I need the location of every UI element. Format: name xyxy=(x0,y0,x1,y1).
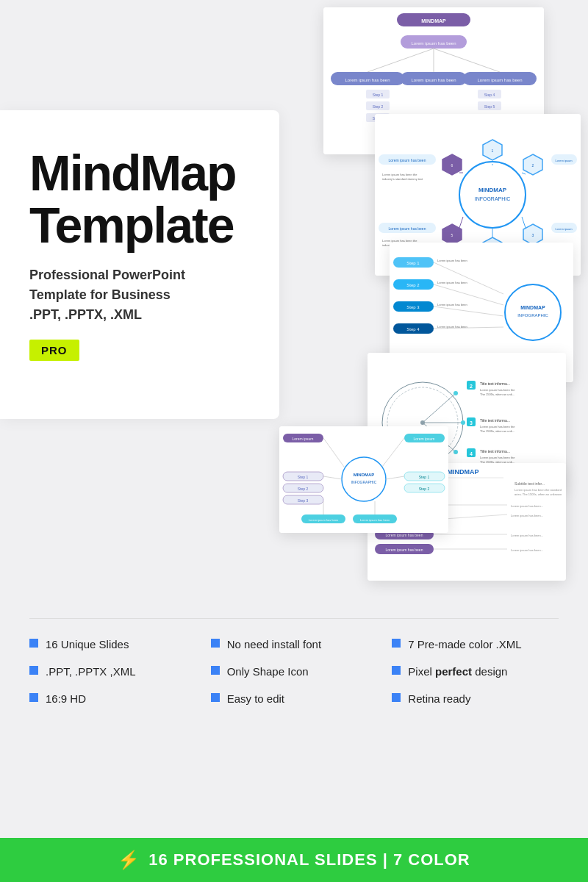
svg-text:Lorem ipsum has been...: Lorem ipsum has been... xyxy=(511,534,543,537)
svg-text:Step 2: Step 2 xyxy=(419,487,430,491)
slide6-svg: MINDMAP INFOGRAPHIC Lorem ipsum Step 1 S… xyxy=(279,426,448,533)
bullet-8 xyxy=(392,666,401,675)
svg-text:2: 2 xyxy=(532,163,534,168)
svg-text:INFOGRAPHIC: INFOGRAPHIC xyxy=(517,313,548,318)
svg-text:Lorem ipsum has been: Lorem ipsum has been xyxy=(386,548,423,552)
feature-item-1: 16 Unique Slides xyxy=(29,634,196,655)
svg-text:Lorem ipsum has been...: Lorem ipsum has been... xyxy=(511,514,543,517)
subtitle-block: Professional PowerPoint Template for Bus… xyxy=(29,265,265,325)
svg-point-91 xyxy=(453,450,458,454)
svg-text:Lorem ipsum: Lorem ipsum xyxy=(555,227,573,231)
svg-text:Lorem ipsum has been...: Lorem ipsum has been... xyxy=(511,548,543,552)
features-divider xyxy=(29,618,559,619)
svg-text:Lorem ipsum has been...: Lorem ipsum has been... xyxy=(511,504,543,508)
svg-point-90 xyxy=(461,420,465,425)
bullet-3 xyxy=(29,693,38,702)
svg-text:Lorem ipsum has been: Lorem ipsum has been xyxy=(389,158,426,162)
banner-text: 16 PROFESSIONAL SLIDES | 7 COLOR xyxy=(148,850,470,870)
svg-text:Lorem ipsum has been: Lorem ipsum has been xyxy=(360,518,390,522)
bullet-1 xyxy=(29,639,38,648)
feature-item-9: Retina ready xyxy=(392,688,559,709)
bullet-2 xyxy=(29,666,38,675)
features-section: 16 Unique Slides No need install font 7 … xyxy=(0,596,588,724)
svg-text:INFOGRAPHIC: INFOGRAPHIC xyxy=(351,480,377,484)
svg-text:Step 2: Step 2 xyxy=(373,104,384,109)
svg-text:3: 3 xyxy=(532,233,534,237)
svg-text:Step 1: Step 1 xyxy=(298,475,309,479)
svg-text:INFOGRAPHIC: INFOGRAPHIC xyxy=(475,196,511,201)
svg-text:Subtitle text infor...: Subtitle text infor... xyxy=(514,481,545,486)
svg-text:4: 4 xyxy=(470,451,473,456)
svg-text:Lorem ipsum has been the: Lorem ipsum has been the xyxy=(480,425,515,429)
feature-text-1: 16 Unique Slides xyxy=(46,637,129,652)
feature-item-6: Easy to edit xyxy=(211,688,378,709)
svg-text:Lorem ipsum has been: Lorem ipsum has been xyxy=(411,41,456,46)
bullet-7 xyxy=(392,639,401,648)
slides-preview-area: MINDMAP Lorem ipsum has been Lorem ipsum… xyxy=(250,0,588,632)
svg-text:Title text informa...: Title text informa... xyxy=(480,449,510,453)
svg-text:MINDMAP: MINDMAP xyxy=(478,187,507,193)
features-grid: 16 Unique Slides No need install font 7 … xyxy=(29,634,559,709)
svg-text:MINDMAP: MINDMAP xyxy=(448,468,479,476)
svg-text:Lorem ipsum: Lorem ipsum xyxy=(555,159,573,162)
svg-text:Lorem ipsum has been: Lorem ipsum has been xyxy=(437,281,467,284)
bullet-6 xyxy=(211,693,220,702)
svg-text:Lorem ipsum has been: Lorem ipsum has been xyxy=(389,226,426,231)
feature-text-5: Only Shape Icon xyxy=(227,664,309,679)
lightning-icon: ⚡ xyxy=(118,850,140,870)
feature-text-7: 7 Pre-made color .XML xyxy=(408,637,521,652)
svg-text:Step 1: Step 1 xyxy=(373,93,384,97)
svg-text:Lorem ipsum has been: Lorem ipsum has been xyxy=(437,259,467,262)
svg-text:3: 3 xyxy=(470,420,473,426)
svg-text:Lorem ipsum has been: Lorem ipsum has been xyxy=(345,78,390,82)
svg-text:Step 3: Step 3 xyxy=(298,498,309,503)
left-text-area: MindMap Template Professional PowerPoint… xyxy=(29,147,265,361)
svg-text:aries. The 1500s, when an unkn: aries. The 1500s, when an unknown xyxy=(514,492,562,496)
feature-text-8: Pixel perfect design xyxy=(408,664,507,679)
svg-text:Lorem ipsum: Lorem ipsum xyxy=(414,437,435,441)
feature-text-4: No need install font xyxy=(227,637,321,652)
svg-point-63 xyxy=(509,289,556,336)
feature-item-2: .PPT, .PPTX ,XML xyxy=(29,661,196,682)
svg-text:Lorem ipsum has been: Lorem ipsum has been xyxy=(411,78,456,82)
svg-text:Step 3: Step 3 xyxy=(406,305,420,309)
svg-point-89 xyxy=(453,391,458,395)
svg-text:Lorem ipsum has been: Lorem ipsum has been xyxy=(309,518,339,522)
svg-text:Title text informa...: Title text informa... xyxy=(480,381,510,386)
svg-point-131 xyxy=(345,461,382,498)
bottom-banner: ⚡ 16 PROFESSIONAL SLIDES | 7 COLOR xyxy=(0,838,588,882)
pro-badge: PRO xyxy=(29,340,79,361)
svg-text:5: 5 xyxy=(451,233,453,237)
svg-text:Lorem ipsum has been: Lorem ipsum has been xyxy=(386,533,423,537)
svg-text:The 1500s, when an unk...: The 1500s, when an unk... xyxy=(480,392,514,396)
main-content: MindMap Template Professional PowerPoint… xyxy=(0,0,588,838)
svg-text:MINDMAP: MINDMAP xyxy=(354,473,375,477)
svg-point-26 xyxy=(463,165,522,224)
svg-text:6: 6 xyxy=(451,163,453,168)
svg-text:Lorem ipsum has been the: Lorem ipsum has been the xyxy=(480,456,515,459)
bullet-5 xyxy=(211,666,220,675)
svg-text:Step 4: Step 4 xyxy=(406,327,420,331)
feature-text-6: Easy to edit xyxy=(227,691,284,706)
feature-item-5: Only Shape Icon xyxy=(211,661,378,682)
bullet-4 xyxy=(211,639,220,648)
main-title: MindMap Template xyxy=(29,147,265,252)
feature-item-3: 16:9 HD xyxy=(29,688,196,709)
svg-text:Lorem ipsum has been: Lorem ipsum has been xyxy=(477,78,522,82)
feature-text-9: Retina ready xyxy=(408,691,470,706)
svg-text:Lorem ipsum has been the: Lorem ipsum has been the xyxy=(382,173,417,176)
svg-text:The 1500s, when an unk...: The 1500s, when an unk... xyxy=(480,429,514,433)
feature-item-7: 7 Pre-made color .XML xyxy=(392,634,559,655)
feature-item-8: Pixel perfect design xyxy=(392,661,559,682)
svg-text:MINDMAP: MINDMAP xyxy=(421,18,446,24)
svg-text:Lorem ipsum: Lorem ipsum xyxy=(293,437,314,441)
feature-text-2: .PPT, .PPTX ,XML xyxy=(46,664,136,679)
svg-text:1: 1 xyxy=(492,148,494,153)
svg-text:Step 1: Step 1 xyxy=(419,475,430,479)
svg-text:Lorem ipsum has been the stand: Lorem ipsum has been the standard xyxy=(514,488,562,492)
svg-text:Step 2: Step 2 xyxy=(406,283,420,287)
svg-text:industry's standard dummy text: industry's standard dummy text xyxy=(382,177,423,181)
svg-text:Title text informa...: Title text informa... xyxy=(480,418,510,423)
svg-text:Step 2: Step 2 xyxy=(298,487,309,491)
slide-preview-6: MINDMAP INFOGRAPHIC Lorem ipsum Step 1 S… xyxy=(279,426,448,533)
